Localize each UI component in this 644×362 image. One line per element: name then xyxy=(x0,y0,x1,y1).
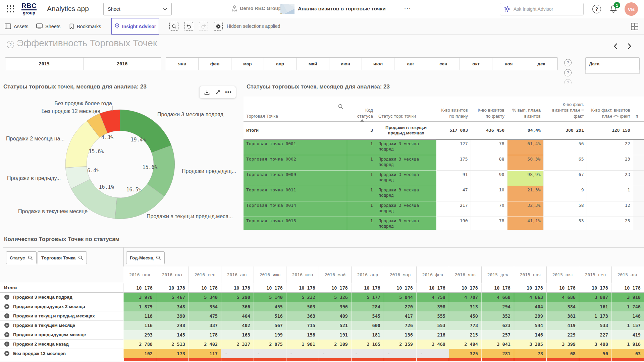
sheet-dropdown[interactable]: Sheet xyxy=(103,3,172,15)
expand-button[interactable] xyxy=(4,304,10,309)
pivot-row-label[interactable]: Продажи 2 месяца назад xyxy=(13,342,69,347)
ask-insight-input[interactable] xyxy=(514,6,574,12)
tab-sheets[interactable]: Sheets xyxy=(36,18,60,35)
pivot-column-header[interactable]: 2015-авг xyxy=(611,266,644,283)
column-header[interactable]: % вып. плана визитов xyxy=(507,97,543,121)
expand-button[interactable] xyxy=(4,294,10,300)
month-filter-value[interactable]: дек xyxy=(525,58,557,70)
date-filter[interactable]: Дата xyxy=(585,57,640,70)
store-cell[interactable]: Торговая точка 0011 xyxy=(244,186,347,201)
notifications-button[interactable]: 1 xyxy=(609,4,619,14)
selections-back-button[interactable] xyxy=(184,22,193,31)
month-filter-value[interactable]: ноя xyxy=(492,58,525,70)
pivot-row-label[interactable]: Продажи 3 месяца подряд xyxy=(13,295,72,300)
sheet-layout-button[interactable] xyxy=(631,22,639,31)
column-header[interactable]: Код статуса xyxy=(347,97,376,121)
month-filter-value[interactable]: июл xyxy=(362,58,394,70)
pivot-column-header[interactable]: 2015-дек xyxy=(481,266,514,283)
space-selector[interactable]: Demo RBC Group xyxy=(231,5,281,12)
sheet-help-icon[interactable]: ? xyxy=(7,41,14,48)
expand-button[interactable] xyxy=(4,313,10,319)
month-filter-value[interactable]: апр xyxy=(264,58,297,70)
status-code-cell[interactable]: 1 xyxy=(347,186,376,201)
store-cell[interactable]: Торговая точка 0001 xyxy=(244,139,347,155)
pivot-row-label[interactable]: Продажи в текущем месяце xyxy=(13,323,75,328)
app-menu-icon[interactable] xyxy=(7,5,15,13)
pivot-column-header[interactable]: 2016-ноя xyxy=(123,266,156,283)
selections-forward-button[interactable] xyxy=(199,22,208,31)
pivot-column-header[interactable]: 2015-сен xyxy=(579,266,611,283)
column-header[interactable]: К-во факт. визитов план <> факт xyxy=(587,97,633,121)
expand-button[interactable] xyxy=(4,332,10,338)
next-sheet-button[interactable] xyxy=(627,43,632,50)
pivot-column-header[interactable]: 2016-мар xyxy=(384,266,416,283)
status-code-cell[interactable]: 1 xyxy=(347,139,376,155)
column-header[interactable]: Статус торг. точки xyxy=(376,97,436,121)
store-cell[interactable]: Торговая точка 0009 xyxy=(244,170,347,186)
pivot-dimension-button[interactable]: Статус xyxy=(6,251,37,264)
date-filter-body[interactable] xyxy=(585,70,640,74)
help-button[interactable]: ? xyxy=(592,5,601,13)
status-cell[interactable]: Продажи 3 месяца подряд xyxy=(376,139,436,155)
filter-help-icon[interactable]: ? xyxy=(564,59,572,66)
pivot-row-label[interactable]: Продажи предыдущих 2 месяца xyxy=(13,304,85,309)
year-filter-value[interactable]: 2016 xyxy=(84,58,161,70)
pivot-column-button[interactable]: Год-Месяц xyxy=(126,251,165,264)
pivot-column-header[interactable]: 2016-сен xyxy=(189,266,221,283)
status-cell[interactable]: Продажи 3 месяца подряд xyxy=(376,217,436,230)
month-filter-value[interactable]: авг xyxy=(394,58,427,70)
pivot-column-header[interactable]: 2016-окт xyxy=(156,266,189,283)
store-cell[interactable]: Торговая точка 0015 xyxy=(244,217,347,230)
month-filter-value[interactable]: янв xyxy=(166,58,199,70)
pivot-column-header[interactable]: 2016-авг xyxy=(221,266,254,283)
column-header[interactable]: К-во визитов по факту xyxy=(471,97,507,121)
pivot-column-header[interactable]: 2016-июл xyxy=(254,266,286,283)
user-avatar[interactable]: VB xyxy=(625,2,638,16)
status-code-cell[interactable]: 1 xyxy=(347,155,376,170)
store-cell[interactable]: Торговая точка 0002 xyxy=(244,155,347,170)
store-cell[interactable]: Торговая точка 0014 xyxy=(244,201,347,217)
status-code-cell[interactable]: 1 xyxy=(347,217,376,230)
expand-button[interactable] xyxy=(4,341,10,347)
status-code-cell[interactable]: 1 xyxy=(347,170,376,186)
app-more-button[interactable]: ... xyxy=(404,3,411,10)
status-cell[interactable]: Продажи 3 месяца подряд xyxy=(376,201,436,217)
pivot-column-header[interactable]: 2016-фев xyxy=(416,266,449,283)
pivot-column-header[interactable]: 2015-окт xyxy=(546,266,579,283)
pivot-column-header[interactable]: 2015-ноя xyxy=(514,266,546,283)
expand-button[interactable] xyxy=(4,351,10,356)
month-filter-value[interactable]: окт xyxy=(460,58,492,70)
tab-assets[interactable]: Assets xyxy=(5,18,29,35)
pivot-row-label[interactable]: Продажи в предыдущем месяце xyxy=(13,332,86,337)
column-header[interactable]: К-во факт. визитов план = факт xyxy=(543,97,587,121)
month-filter-value[interactable]: май xyxy=(297,58,329,70)
clear-selections-button[interactable] xyxy=(214,22,223,31)
month-filter-value[interactable]: сен xyxy=(427,58,460,70)
search-icon[interactable] xyxy=(338,104,343,109)
column-header[interactable]: Торговая Точка xyxy=(244,97,347,121)
status-cell[interactable]: Продажи 3 месяца подряд xyxy=(376,155,436,170)
status-code-cell[interactable]: 1 xyxy=(347,201,376,217)
year-filter-value[interactable]: 2015 xyxy=(5,58,84,70)
month-filter-value[interactable]: июн xyxy=(329,58,362,70)
tab-insight-advisor[interactable]: Insight Advisor xyxy=(111,18,159,35)
pivot-column-header[interactable]: 2016-апр xyxy=(351,266,384,283)
filter-help-icon[interactable]: ? xyxy=(564,69,572,76)
status-cell[interactable]: Продажи 3 месяца подряд xyxy=(376,186,436,201)
pivot-row-label[interactable]: Продажи в текущ.и предыд.месяцах xyxy=(13,313,95,318)
month-filter-value[interactable]: фев xyxy=(199,58,231,70)
tab-bookmarks[interactable]: Bookmarks xyxy=(69,18,101,35)
column-header[interactable]: К-во визитов по плану xyxy=(436,97,471,121)
insight-advisor-search[interactable] xyxy=(500,3,584,15)
pivot-column-header[interactable]: 2016-июн xyxy=(286,266,319,283)
month-filter-value[interactable]: мар xyxy=(231,58,264,70)
pivot-column-header[interactable]: 2016-май xyxy=(319,266,351,283)
selections-search-button[interactable] xyxy=(169,22,178,31)
status-cell[interactable]: Продажи 3 месяца подряд xyxy=(376,170,436,186)
pivot-row-label[interactable]: Без продаж 12 месяцев xyxy=(13,351,66,356)
expand-button[interactable] xyxy=(4,322,10,328)
column-header[interactable]: п xyxy=(633,97,644,121)
pivot-column-header[interactable]: 2016-янв xyxy=(449,266,481,283)
previous-sheet-button[interactable] xyxy=(613,43,619,50)
pivot-dimension-button[interactable]: Торговая Точка xyxy=(38,251,87,264)
